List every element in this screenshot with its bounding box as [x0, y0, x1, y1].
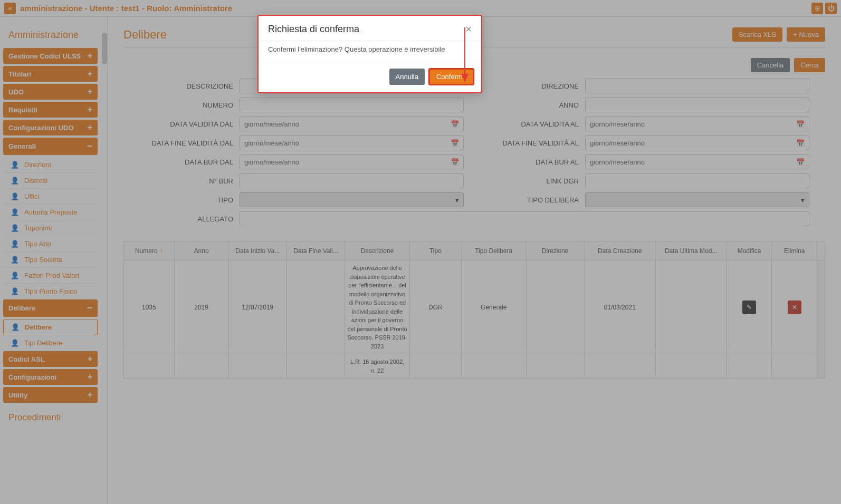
- modal-title: Richiesta di conferma: [268, 24, 359, 35]
- close-icon[interactable]: ×: [465, 23, 472, 35]
- modal-cancel-button[interactable]: Annulla: [389, 69, 425, 85]
- modal-body: Confermi l'eliminazione? Questa operazio…: [259, 41, 481, 63]
- confirm-modal: Richiesta di conferma × Confermi l'elimi…: [257, 15, 482, 93]
- modal-confirm-button[interactable]: Conferma: [429, 69, 474, 85]
